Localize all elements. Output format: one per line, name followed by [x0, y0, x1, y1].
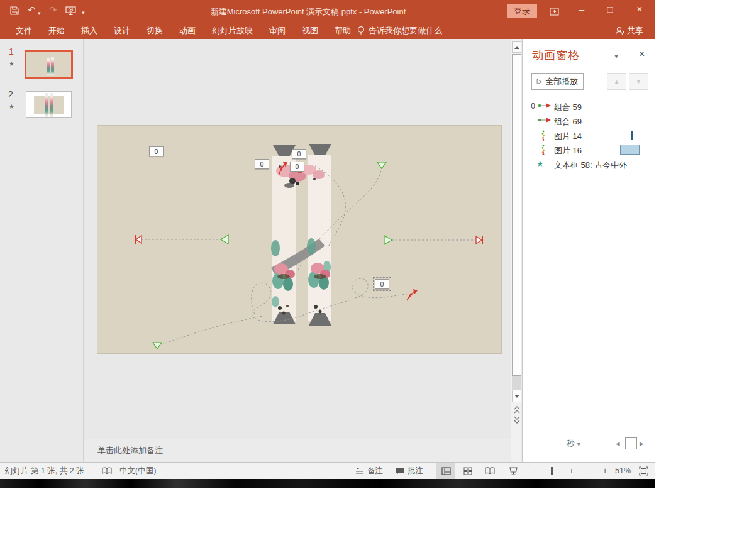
thumb-strip — [47, 58, 50, 75]
timeline-scroll-left-icon[interactable]: ◂ — [616, 439, 620, 448]
animation-number-badge[interactable]: 0 — [255, 159, 269, 169]
tell-me-box[interactable]: 告诉我你想要做什么 — [357, 23, 442, 39]
tab-animations[interactable]: 动画 — [171, 23, 204, 39]
pane-menu-icon[interactable]: ▾ — [614, 52, 618, 60]
pane-footer: 秒 ▾ ◂ ▸ — [523, 437, 654, 451]
notes-area[interactable]: 单击此处添加备注 — [84, 439, 511, 462]
animation-list-item[interactable]: 图片 14 — [523, 128, 654, 143]
tab-slideshow[interactable]: 幻灯片放映 — [204, 23, 261, 39]
timeline-scroll-box[interactable] — [625, 437, 637, 449]
scroll-up-button[interactable] — [512, 41, 521, 53]
comments-toggle[interactable]: 批注 — [395, 463, 423, 479]
notes-toggle[interactable]: 备注 — [355, 463, 383, 479]
timeline-scroll-right-icon[interactable]: ▸ — [640, 439, 644, 448]
spellcheck-icon[interactable] — [102, 467, 112, 476]
vertical-scrollbar[interactable] — [511, 39, 521, 462]
previous-slide-button[interactable] — [512, 405, 521, 415]
animation-number-badge[interactable]: 0 — [149, 146, 164, 156]
tab-design[interactable]: 设计 — [106, 23, 138, 39]
slide-1-number: 1 — [9, 47, 14, 57]
animation-list-item[interactable]: 0 组合 59 — [523, 99, 654, 114]
animation-order-number: 0 — [525, 102, 535, 111]
notes-placeholder: 单击此处添加备注 — [97, 445, 163, 456]
language-indicator[interactable]: 中文(中国) — [119, 463, 156, 479]
thumb-strip — [50, 93, 53, 117]
animation-item-label: 文本框 58: 古今中外 — [554, 160, 627, 171]
entrance-star-icon: ★ — [536, 159, 544, 168]
slide-2-animation-star-icon: ★ — [9, 103, 14, 110]
timeline-marker[interactable] — [631, 131, 633, 140]
animation-number-badge-selected[interactable]: 0 — [375, 279, 389, 289]
slide-1-thumbnail[interactable] — [25, 50, 73, 79]
slide-counter[interactable]: 幻灯片 第 1 张, 共 2 张 — [5, 463, 84, 479]
thumb-strip — [45, 93, 48, 117]
seconds-dropdown[interactable]: 秒 ▾ — [567, 438, 580, 449]
zoom-in-button[interactable]: + — [602, 463, 607, 479]
slide-1-animation-star-icon: ★ — [9, 60, 14, 67]
slide-2-thumbnail[interactable] — [26, 91, 72, 118]
animation-pane: 动画窗格 ▾ × ▷ 全部播放 ▴ ▾ 0 组合 59 组合 69 图片 — [522, 39, 655, 462]
slide-2-number: 2 — [8, 89, 13, 99]
next-slide-button[interactable] — [512, 415, 521, 425]
share-button[interactable]: 共享 — [615, 23, 643, 39]
ribbon-tabs: 文件 开始 插入 设计 切换 动画 幻灯片放映 审阅 视图 帮助 — [8, 23, 359, 39]
zoom-level[interactable]: 51% — [615, 463, 631, 479]
animation-item-label: 图片 16 — [554, 145, 582, 156]
person-icon — [615, 26, 624, 35]
tab-view[interactable]: 视图 — [294, 23, 326, 39]
scrollbar-thumb[interactable] — [512, 54, 521, 376]
motion-path-icon — [538, 117, 552, 123]
tab-help[interactable]: 帮助 — [326, 23, 359, 39]
animation-list-item[interactable]: 组合 69 — [523, 114, 654, 128]
scrollbar-track[interactable] — [512, 376, 521, 390]
slide-canvas[interactable]: 0 0 0 0 0 — [97, 125, 502, 354]
animation-number-badge[interactable]: 0 — [290, 162, 304, 172]
login-button[interactable]: 登录 — [507, 4, 537, 18]
tell-me-label: 告诉我你想要做什么 — [369, 25, 442, 36]
notes-toggle-label: 备注 — [367, 463, 383, 479]
animation-item-label: 图片 14 — [554, 131, 582, 142]
slide-sorter-view-button[interactable] — [458, 463, 477, 479]
custom-path-icon — [540, 145, 546, 155]
move-later-button[interactable]: ▾ — [629, 73, 648, 90]
play-icon: ▷ — [537, 77, 542, 85]
tab-insert[interactable]: 插入 — [73, 23, 106, 39]
close-button[interactable]: × — [629, 0, 650, 19]
animation-number-badge[interactable]: 0 — [292, 149, 306, 159]
custom-path-icon — [540, 130, 546, 141]
animation-item-label: 组合 59 — [554, 102, 582, 113]
tab-file[interactable]: 文件 — [8, 23, 40, 39]
thumb-strip — [51, 57, 54, 75]
normal-view-button[interactable] — [436, 463, 455, 479]
tab-review[interactable]: 审阅 — [261, 23, 294, 39]
slide-artwork — [97, 126, 501, 353]
ribbon-display-options-icon[interactable] — [543, 3, 565, 21]
zoom-slider-thumb[interactable] — [551, 467, 553, 475]
timeline-duration-bar[interactable] — [620, 145, 640, 155]
minimize-button[interactable]: – — [571, 0, 592, 19]
animation-list-item[interactable]: 图片 16 — [523, 143, 654, 157]
play-all-button[interactable]: ▷ 全部播放 — [531, 73, 584, 90]
thumb-bg-rect — [34, 96, 64, 114]
fit-slide-to-window-icon[interactable] — [639, 466, 648, 476]
lightbulb-icon — [357, 26, 365, 36]
seconds-caret-icon: ▾ — [577, 441, 580, 447]
ribbon-tab-row: 文件 开始 插入 设计 切换 动画 幻灯片放映 审阅 视图 帮助 告诉我你想要做… — [0, 23, 655, 39]
desktop-background-strip — [0, 479, 655, 488]
maximize-button[interactable]: □ — [599, 0, 621, 19]
share-label: 共享 — [627, 25, 643, 36]
tab-transitions[interactable]: 切换 — [138, 23, 171, 39]
zoom-out-button[interactable]: − — [532, 463, 537, 479]
pane-close-icon[interactable]: × — [639, 49, 645, 59]
slideshow-view-button[interactable] — [504, 463, 523, 479]
powerpoint-window: ↶ ▾ ↷ ▾ 新建Microsoft PowerPoint 演示文稿.pptx… — [0, 0, 655, 479]
motion-path-icon — [538, 102, 552, 109]
scroll-down-button[interactable] — [512, 390, 521, 402]
play-all-label: 全部播放 — [545, 76, 578, 87]
slide-thumbnail-panel: 1 ★ 2 ★ — [0, 39, 84, 462]
zoom-slider-tick — [571, 469, 572, 473]
reading-view-button[interactable] — [480, 463, 499, 479]
animation-list-item[interactable]: ★ 文本框 58: 古今中外 — [523, 157, 654, 172]
move-earlier-button[interactable]: ▴ — [607, 73, 626, 90]
tab-home[interactable]: 开始 — [40, 23, 73, 39]
